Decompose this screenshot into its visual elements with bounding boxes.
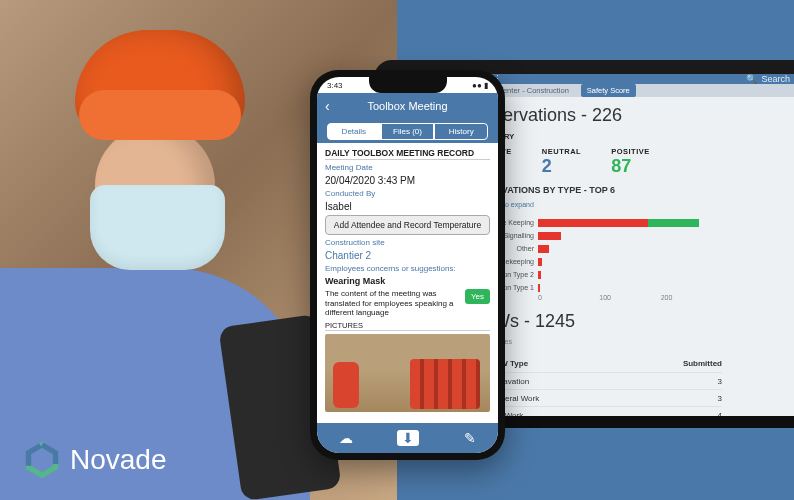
tab-files[interactable]: Files (0) [381, 123, 435, 140]
ptw-type-cell: Excavation [490, 377, 662, 386]
chart-bar-segment-negative [538, 271, 541, 279]
screen-header: ‹ Toolbox Meeting [317, 93, 498, 119]
ptw-header-row: PTW Type Submitted [470, 355, 722, 372]
chart-row: Other [470, 242, 722, 255]
chart-bar [538, 284, 722, 292]
cat-positive-label: POSITIVE [611, 147, 650, 156]
ptw-type-cell: General Work [490, 394, 662, 403]
chart-bar [538, 219, 722, 227]
segmented-control: Details Files (0) History [317, 119, 498, 143]
chart-bar-segment-negative [538, 284, 540, 292]
cat-neutral-label: NEUTRAL [542, 147, 581, 156]
chart-row: Observation Type 2 [470, 268, 722, 281]
cat-neutral: NEUTRAL 2 [542, 147, 581, 177]
search-icon: 🔍 [746, 74, 757, 84]
phone-notch [369, 77, 447, 93]
site-value[interactable]: Chantier 2 [325, 250, 490, 261]
chart-bar-segment-positive [648, 219, 699, 227]
add-attendee-button[interactable]: Add Attendee and Record Temperature [325, 215, 490, 235]
concern-row: The content of the meeting was translate… [325, 289, 490, 318]
concern-body: The content of the meeting was translate… [325, 289, 461, 318]
tab-history[interactable]: History [434, 123, 488, 140]
concerns-label: Employees concerns or suggestions: [325, 264, 490, 273]
chart-bar-segment-negative [538, 258, 542, 266]
search-box[interactable]: 🔍 Search [746, 74, 790, 84]
chart-row: House Keeping [470, 216, 722, 229]
chart-row: Observation Type 1 [470, 281, 722, 294]
search-label: Search [761, 74, 790, 84]
conducted-by-label: Conducted By [325, 189, 490, 198]
ptw-table: PTW Type Submitted ≡Excavation3≡General … [470, 355, 722, 420]
chart-expand-link[interactable]: Click here to expand [470, 201, 722, 208]
form-body: DAILY TOOLBOX MEETING RECORD Meeting Dat… [317, 143, 498, 423]
tab-details[interactable]: Details [327, 123, 381, 140]
chart-bar [538, 245, 722, 253]
ptw-submitted-cell: 3 [662, 377, 722, 386]
download-icon[interactable]: ⬇ [397, 430, 419, 446]
brand-name: Novade [70, 444, 167, 476]
status-time: 3:43 [327, 81, 343, 90]
chart-x-axis: 0100200 [538, 294, 722, 301]
conducted-by-value[interactable]: Isabel [325, 201, 490, 212]
cat-positive: POSITIVE 87 [611, 147, 650, 177]
hard-hat-icon [75, 30, 245, 135]
observations-title: Observations - 226 [470, 105, 722, 126]
back-icon[interactable]: ‹ [325, 98, 330, 114]
attached-photo[interactable] [325, 334, 490, 412]
chart-bar-segment-negative [538, 219, 648, 227]
cat-neutral-value: 2 [542, 156, 581, 177]
ptw-title: PTWs - 1245 [470, 311, 722, 332]
cat-positive-value: 87 [611, 156, 650, 177]
ptw-subtitle: By Templates [470, 338, 722, 345]
category-header: CATEGORY [470, 132, 722, 141]
yes-button[interactable]: Yes [465, 289, 490, 304]
edit-icon[interactable]: ✎ [464, 430, 476, 446]
bottom-toolbar: ☁ ⬇ ✎ [317, 423, 498, 453]
chart-row: Housekeeping [470, 255, 722, 268]
ptw-submitted-cell: 3 [662, 394, 722, 403]
phone-screen: 3:43 ●● ▮ ‹ Toolbox Meeting Details File… [317, 77, 498, 453]
chart-bar [538, 232, 722, 240]
chart-title: OBSERVATIONS BY TYPE - TOP 6 [470, 185, 722, 195]
ptw-row[interactable]: ≡General Work3 [470, 389, 722, 406]
pictures-label: PICTURES [325, 321, 490, 331]
ptw-col-submitted: Submitted [662, 359, 722, 368]
site-label: Construction site [325, 238, 490, 247]
ptw-col-type: PTW Type [490, 359, 662, 368]
screen-title: Toolbox Meeting [367, 100, 447, 112]
chart-bar-segment-negative [538, 245, 549, 253]
meeting-date-value[interactable]: 20/04/2020 3:43 PM [325, 175, 490, 186]
category-row: NEGATIVE 137 NEUTRAL 2 POSITIVE 87 [470, 147, 722, 177]
concern-title: Wearing Mask [325, 276, 490, 286]
observations-chart: House KeepingSignallingOtherHousekeeping… [470, 216, 722, 301]
brand-logo: Novade [24, 442, 167, 478]
cloud-upload-icon[interactable]: ☁ [339, 430, 353, 446]
chart-bar-segment-negative [538, 232, 561, 240]
status-icons: ●● ▮ [472, 81, 488, 90]
chart-row: Signalling [470, 229, 722, 242]
ptw-row[interactable]: ≡Excavation3 [470, 372, 722, 389]
worker-mask [90, 185, 225, 270]
brand-mark-icon [24, 442, 60, 478]
breadcrumb-safety-score[interactable]: Safety Score [581, 84, 636, 97]
chart-bar [538, 271, 722, 279]
phone-frame: 3:43 ●● ▮ ‹ Toolbox Meeting Details File… [310, 70, 505, 460]
chart-bar [538, 258, 722, 266]
section-title: DAILY TOOLBOX MEETING RECORD [325, 147, 490, 160]
meeting-date-label: Meeting Date [325, 163, 490, 172]
